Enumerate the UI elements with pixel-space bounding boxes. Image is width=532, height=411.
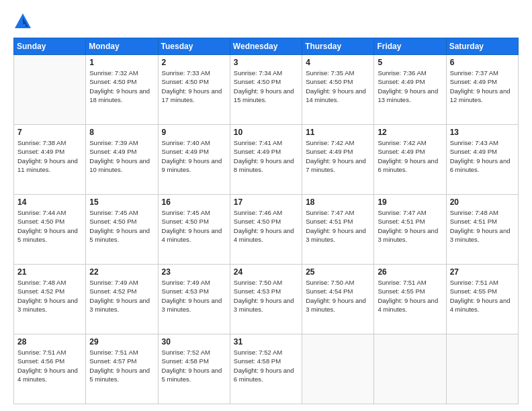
- calendar-cell: 31Sunrise: 7:52 AMSunset: 4:58 PMDayligh…: [230, 334, 302, 404]
- cell-info: Sunrise: 7:35 AMSunset: 4:50 PMDaylight:…: [306, 68, 370, 104]
- calendar-cell: 11Sunrise: 7:42 AMSunset: 4:49 PMDayligh…: [302, 125, 374, 195]
- cell-info: Sunrise: 7:42 AMSunset: 4:49 PMDaylight:…: [378, 138, 442, 174]
- cell-info: Sunrise: 7:38 AMSunset: 4:49 PMDaylight:…: [17, 138, 82, 174]
- cell-info: Sunrise: 7:51 AMSunset: 4:55 PMDaylight:…: [378, 278, 442, 314]
- calendar-week-4: 28Sunrise: 7:51 AMSunset: 4:56 PMDayligh…: [14, 334, 519, 404]
- cell-info: Sunrise: 7:47 AMSunset: 4:51 PMDaylight:…: [306, 208, 370, 244]
- day-number: 18: [306, 197, 370, 207]
- col-header-wednesday: Wednesday: [230, 38, 302, 55]
- calendar-cell: 2Sunrise: 7:33 AMSunset: 4:50 PMDaylight…: [158, 55, 230, 125]
- header: [13, 12, 519, 31]
- day-number: 7: [17, 128, 82, 137]
- calendar-cell: 20Sunrise: 7:48 AMSunset: 4:51 PMDayligh…: [446, 195, 518, 265]
- day-number: 9: [162, 128, 226, 137]
- calendar-cell: 8Sunrise: 7:39 AMSunset: 4:49 PMDaylight…: [86, 125, 158, 195]
- cell-info: Sunrise: 7:32 AMSunset: 4:50 PMDaylight:…: [89, 68, 154, 104]
- cell-info: Sunrise: 7:49 AMSunset: 4:53 PMDaylight:…: [162, 278, 226, 314]
- calendar-table: SundayMondayTuesdayWednesdayThursdayFrid…: [13, 38, 519, 404]
- cell-info: Sunrise: 7:46 AMSunset: 4:50 PMDaylight:…: [234, 208, 298, 244]
- cell-info: Sunrise: 7:45 AMSunset: 4:50 PMDaylight:…: [89, 208, 154, 244]
- day-number: 29: [89, 337, 154, 347]
- day-number: 11: [306, 128, 370, 137]
- day-number: 26: [378, 267, 442, 277]
- calendar-cell: 21Sunrise: 7:48 AMSunset: 4:52 PMDayligh…: [14, 265, 86, 334]
- day-number: 27: [450, 267, 515, 277]
- day-number: 3: [234, 58, 298, 67]
- day-number: 21: [17, 267, 82, 277]
- cell-info: Sunrise: 7:42 AMSunset: 4:49 PMDaylight:…: [306, 138, 370, 174]
- cell-info: Sunrise: 7:45 AMSunset: 4:50 PMDaylight:…: [162, 208, 226, 244]
- cell-info: Sunrise: 7:48 AMSunset: 4:51 PMDaylight:…: [450, 208, 515, 244]
- calendar-cell: [14, 55, 86, 125]
- col-header-saturday: Saturday: [446, 38, 518, 55]
- cell-info: Sunrise: 7:40 AMSunset: 4:49 PMDaylight:…: [162, 138, 226, 174]
- svg-rect-2: [20, 24, 26, 28]
- calendar-cell: 6Sunrise: 7:37 AMSunset: 4:49 PMDaylight…: [446, 55, 518, 125]
- calendar-cell: 18Sunrise: 7:47 AMSunset: 4:51 PMDayligh…: [302, 195, 374, 265]
- cell-info: Sunrise: 7:43 AMSunset: 4:49 PMDaylight:…: [450, 138, 515, 174]
- calendar-cell: 9Sunrise: 7:40 AMSunset: 4:49 PMDaylight…: [158, 125, 230, 195]
- calendar-cell: 29Sunrise: 7:51 AMSunset: 4:57 PMDayligh…: [86, 334, 158, 404]
- day-number: 12: [378, 128, 442, 137]
- calendar-cell: 3Sunrise: 7:34 AMSunset: 4:50 PMDaylight…: [230, 55, 302, 125]
- day-number: 30: [162, 337, 226, 347]
- cell-info: Sunrise: 7:36 AMSunset: 4:49 PMDaylight:…: [378, 68, 442, 104]
- calendar-cell: 15Sunrise: 7:45 AMSunset: 4:50 PMDayligh…: [86, 195, 158, 265]
- cell-info: Sunrise: 7:48 AMSunset: 4:52 PMDaylight:…: [17, 278, 82, 314]
- calendar-cell: 24Sunrise: 7:50 AMSunset: 4:53 PMDayligh…: [230, 265, 302, 334]
- day-number: 15: [89, 197, 154, 207]
- calendar-week-1: 7Sunrise: 7:38 AMSunset: 4:49 PMDaylight…: [14, 125, 519, 195]
- calendar-cell: [446, 334, 518, 404]
- col-header-tuesday: Tuesday: [158, 38, 230, 55]
- col-header-friday: Friday: [374, 38, 446, 55]
- day-number: 19: [378, 197, 442, 207]
- col-header-monday: Monday: [86, 38, 158, 55]
- calendar-cell: 19Sunrise: 7:47 AMSunset: 4:51 PMDayligh…: [374, 195, 446, 265]
- logo: [13, 12, 35, 31]
- page: SundayMondayTuesdayWednesdayThursdayFrid…: [0, 0, 532, 411]
- day-number: 20: [450, 197, 515, 207]
- cell-info: Sunrise: 7:52 AMSunset: 4:58 PMDaylight:…: [162, 348, 226, 383]
- cell-info: Sunrise: 7:39 AMSunset: 4:49 PMDaylight:…: [89, 138, 154, 174]
- calendar-cell: 16Sunrise: 7:45 AMSunset: 4:50 PMDayligh…: [158, 195, 230, 265]
- day-number: 25: [306, 267, 370, 277]
- calendar-cell: 30Sunrise: 7:52 AMSunset: 4:58 PMDayligh…: [158, 334, 230, 404]
- day-number: 8: [89, 128, 154, 137]
- day-number: 10: [234, 128, 298, 137]
- calendar-cell: 17Sunrise: 7:46 AMSunset: 4:50 PMDayligh…: [230, 195, 302, 265]
- cell-info: Sunrise: 7:51 AMSunset: 4:55 PMDaylight:…: [450, 278, 515, 314]
- cell-info: Sunrise: 7:52 AMSunset: 4:58 PMDaylight:…: [234, 348, 298, 383]
- day-number: 24: [234, 267, 298, 277]
- col-header-sunday: Sunday: [14, 38, 86, 55]
- cell-info: Sunrise: 7:41 AMSunset: 4:49 PMDaylight:…: [234, 138, 298, 174]
- calendar-cell: 10Sunrise: 7:41 AMSunset: 4:49 PMDayligh…: [230, 125, 302, 195]
- calendar-cell: 28Sunrise: 7:51 AMSunset: 4:56 PMDayligh…: [14, 334, 86, 404]
- day-number: 22: [89, 267, 154, 277]
- calendar-cell: 23Sunrise: 7:49 AMSunset: 4:53 PMDayligh…: [158, 265, 230, 334]
- day-number: 4: [306, 58, 370, 67]
- calendar-cell: 7Sunrise: 7:38 AMSunset: 4:49 PMDaylight…: [14, 125, 86, 195]
- calendar-cell: 26Sunrise: 7:51 AMSunset: 4:55 PMDayligh…: [374, 265, 446, 334]
- day-number: 1: [89, 58, 154, 67]
- cell-info: Sunrise: 7:49 AMSunset: 4:52 PMDaylight:…: [89, 278, 154, 314]
- day-number: 16: [162, 197, 226, 207]
- calendar-cell: 14Sunrise: 7:44 AMSunset: 4:50 PMDayligh…: [14, 195, 86, 265]
- day-number: 13: [450, 128, 515, 137]
- calendar-week-2: 14Sunrise: 7:44 AMSunset: 4:50 PMDayligh…: [14, 195, 519, 265]
- col-header-thursday: Thursday: [302, 38, 374, 55]
- calendar-cell: 27Sunrise: 7:51 AMSunset: 4:55 PMDayligh…: [446, 265, 518, 334]
- cell-info: Sunrise: 7:34 AMSunset: 4:50 PMDaylight:…: [234, 68, 298, 104]
- calendar-header-row: SundayMondayTuesdayWednesdayThursdayFrid…: [14, 38, 519, 55]
- logo-icon: [13, 12, 32, 31]
- cell-info: Sunrise: 7:51 AMSunset: 4:56 PMDaylight:…: [17, 348, 82, 383]
- calendar-cell: 22Sunrise: 7:49 AMSunset: 4:52 PMDayligh…: [86, 265, 158, 334]
- calendar-week-3: 21Sunrise: 7:48 AMSunset: 4:52 PMDayligh…: [14, 265, 519, 334]
- cell-info: Sunrise: 7:33 AMSunset: 4:50 PMDaylight:…: [162, 68, 226, 104]
- cell-info: Sunrise: 7:50 AMSunset: 4:54 PMDaylight:…: [306, 278, 370, 314]
- day-number: 14: [17, 197, 82, 207]
- day-number: 28: [17, 337, 82, 347]
- cell-info: Sunrise: 7:37 AMSunset: 4:49 PMDaylight:…: [450, 68, 515, 104]
- cell-info: Sunrise: 7:44 AMSunset: 4:50 PMDaylight:…: [17, 208, 82, 244]
- cell-info: Sunrise: 7:51 AMSunset: 4:57 PMDaylight:…: [89, 348, 154, 383]
- day-number: 5: [378, 58, 442, 67]
